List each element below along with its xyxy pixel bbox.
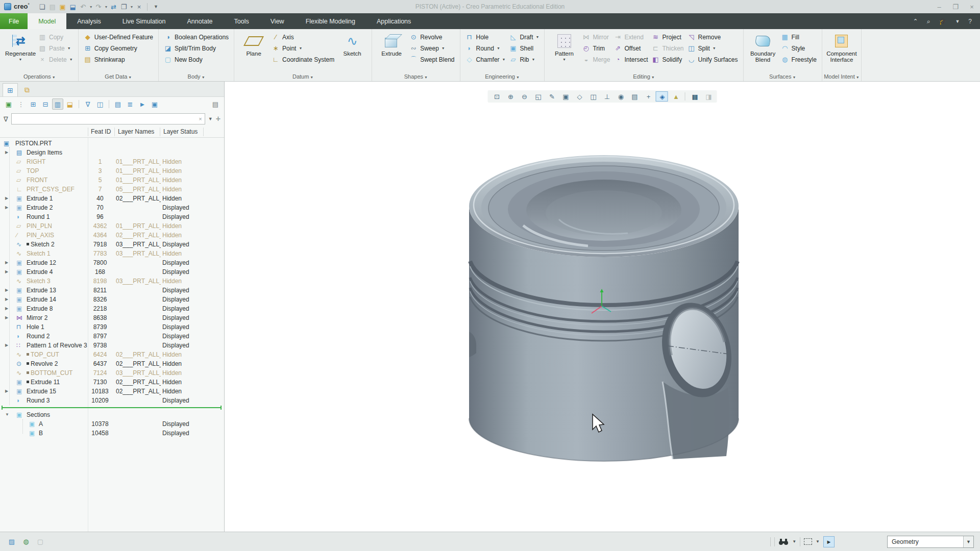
component-interface-button[interactable]: Component Interface bbox=[826, 31, 857, 71]
project-button[interactable]: ≋Project bbox=[650, 32, 684, 42]
save-icon[interactable]: ⬓ bbox=[68, 2, 78, 12]
tree-row-design-items[interactable]: ▶▤Design Items bbox=[0, 148, 224, 157]
settings-list-icon[interactable]: ▤ bbox=[210, 98, 221, 110]
render-settings-icon[interactable]: ▨ bbox=[6, 536, 17, 547]
search-icon[interactable]: ⌕ bbox=[927, 18, 930, 25]
dropdown-caret-icon[interactable]: ▼ bbox=[713, 46, 716, 50]
hole-button[interactable]: ⊓Hole bbox=[464, 32, 507, 42]
tree-row-pin-axis[interactable]: ∕PIN_AXIS436402___PRT_ALL_AXHidden bbox=[0, 231, 224, 240]
sketch-button[interactable]: Sketch bbox=[337, 31, 368, 71]
new-file-icon[interactable]: ❏ bbox=[38, 2, 47, 12]
dropdown-caret-icon[interactable]: ▼ bbox=[532, 58, 535, 61]
coordinate-system-button[interactable]: ∟Coordinate System bbox=[271, 54, 335, 65]
tree-row-extrude-11[interactable]: ▣Extrude 11713002___PRT_ALL_AXHidden bbox=[0, 378, 224, 387]
pattern-button[interactable]: Pattern▼ bbox=[549, 31, 579, 71]
model-colors-icon[interactable]: ◍ bbox=[20, 536, 32, 547]
shrinkwrap-button[interactable]: ▤Shrinkwrap bbox=[83, 54, 154, 65]
dropdown-caret-icon[interactable]: ▼ bbox=[130, 5, 134, 9]
group-label-operations[interactable]: Operations▼ bbox=[1, 73, 78, 80]
redo-icon[interactable]: ↷ bbox=[94, 2, 103, 12]
tab-annotate[interactable]: Annotate bbox=[177, 13, 224, 29]
add-filter-icon[interactable]: + bbox=[216, 114, 220, 123]
minimize-button[interactable]: – bbox=[931, 1, 947, 13]
customize-icon[interactable]: ▼ bbox=[151, 2, 160, 12]
tab-view[interactable]: View bbox=[260, 13, 295, 29]
group-label-model-intent[interactable]: Model Intent▼ bbox=[822, 73, 861, 80]
settings-bag-icon[interactable]: ⬓ bbox=[64, 98, 76, 110]
open-icon[interactable]: ▣ bbox=[58, 2, 67, 12]
tree-filter-input[interactable] bbox=[14, 115, 199, 123]
combo-dropdown-icon[interactable]: ▼ bbox=[963, 536, 973, 547]
tree-row-front[interactable]: ▱FRONT501___PRT_ALL_DTHidden bbox=[0, 176, 224, 185]
group-label-body[interactable]: Body▼ bbox=[159, 73, 234, 80]
tree-row-right[interactable]: ▱RIGHT101___PRT_ALL_DTHidden bbox=[0, 157, 224, 166]
dropdown-caret-icon[interactable]: ▼ bbox=[89, 5, 93, 9]
tree-row-round-3[interactable]: ◗Round 310209Displayed bbox=[0, 396, 224, 405]
dropdown-caret-icon[interactable]: ▼ bbox=[105, 5, 108, 9]
user-defined-feature-button[interactable]: ◆User-Defined Feature bbox=[83, 32, 154, 42]
delete-button[interactable]: ×Delete▼ bbox=[37, 54, 74, 65]
merge-button[interactable]: ◒Merge bbox=[581, 54, 611, 65]
selection-filter-combo[interactable]: Geometry ▼ bbox=[887, 536, 974, 548]
close-window-icon[interactable]: × bbox=[134, 2, 143, 12]
close-button[interactable]: × bbox=[964, 1, 980, 13]
box-select-icon[interactable] bbox=[804, 538, 812, 545]
capture-icon[interactable]: ◉ bbox=[615, 91, 627, 102]
view-normal-icon[interactable]: ⊥ bbox=[601, 91, 613, 102]
box-select-dropdown-icon[interactable]: ▼ bbox=[816, 539, 820, 544]
split-button[interactable]: ◫Split▼ bbox=[687, 43, 739, 54]
point-button[interactable]: ∗Point▼ bbox=[271, 43, 335, 54]
split-trim-body-button[interactable]: ◪Split/Trim Body bbox=[163, 43, 230, 54]
tab-tools[interactable]: Tools bbox=[224, 13, 260, 29]
tab-live-simulation[interactable]: Live Simulation bbox=[112, 13, 177, 29]
tab-flexible-modeling[interactable]: Flexible Modeling bbox=[295, 13, 366, 29]
layer-tree-tab[interactable]: ⧉ bbox=[19, 83, 35, 96]
group-label-datum[interactable]: Datum▼ bbox=[234, 73, 372, 80]
group-label-engineering[interactable]: Engineering▼ bbox=[460, 73, 545, 80]
expand-arrow-icon[interactable]: ▶ bbox=[5, 307, 8, 311]
expand-arrow-icon[interactable]: ▶ bbox=[5, 297, 8, 302]
3d-model-canvas[interactable] bbox=[225, 82, 980, 532]
expand-arrow-icon[interactable]: ▶ bbox=[5, 316, 8, 320]
pause-icon[interactable]: ▮▮ bbox=[689, 91, 701, 102]
tree-row-top-cut[interactable]: ∿TOP_CUT642402___PRT_ALL_AXHidden bbox=[0, 350, 224, 359]
dropdown-caret-icon[interactable]: ▼ bbox=[562, 58, 566, 61]
boolean-operations-button[interactable]: ◑Boolean Operations bbox=[163, 32, 230, 42]
dropdown-caret-icon[interactable]: ▼ bbox=[69, 58, 73, 61]
annotations-icon[interactable]: ▤ bbox=[628, 91, 641, 102]
tree-row-extrude-8[interactable]: ▶▣Extrude 82218Displayed bbox=[0, 304, 224, 313]
expand-arrow-icon[interactable]: ▶ bbox=[5, 196, 8, 201]
mirror-button[interactable]: ⋈Mirror bbox=[581, 32, 611, 42]
tree-row-extrude-2[interactable]: ▶▣Extrude 270Displayed bbox=[0, 203, 224, 212]
tree-cube-icon[interactable]: ▣ bbox=[149, 98, 160, 110]
freestyle-button[interactable]: ◍Freestyle bbox=[780, 54, 818, 65]
zoom-in-icon[interactable]: ⊕ bbox=[504, 91, 517, 102]
new-body-button[interactable]: ▢New Body bbox=[163, 54, 230, 65]
fill-button[interactable]: ▦Fill bbox=[780, 32, 818, 42]
round-button[interactable]: ◗Round▼ bbox=[464, 43, 507, 54]
tree-row-extrude-4[interactable]: ▶▣Extrude 4168Displayed bbox=[0, 267, 224, 277]
saved-views-icon[interactable]: ◫ bbox=[587, 91, 599, 102]
learning-connector-icon[interactable]: 🎓 bbox=[939, 18, 946, 25]
clear-filter-icon[interactable]: × bbox=[199, 116, 202, 122]
model-tree-tab[interactable]: ⊞ bbox=[3, 83, 18, 96]
extend-button[interactable]: ⇥Extend bbox=[612, 32, 649, 42]
tree-row-bottom-cut[interactable]: ∿BOTTOM_CUT712403___PRT_ALL_CUHidden bbox=[0, 368, 224, 378]
collapse-types-icon[interactable]: ⊟ bbox=[40, 98, 51, 110]
thicken-button[interactable]: ⊏Thicken bbox=[650, 43, 684, 54]
tree-row-extrude-13[interactable]: ▶▣Extrude 138211Displayed bbox=[0, 286, 224, 295]
restore-button[interactable]: ❐ bbox=[947, 1, 964, 13]
regenerate-small-icon[interactable]: ⇄ bbox=[109, 2, 118, 12]
expand-arrow-icon[interactable]: ▶ bbox=[5, 343, 8, 347]
expand-arrow-icon[interactable]: ▶ bbox=[5, 261, 8, 265]
tree-row-piston-prt[interactable]: ▣PISTON.PRT bbox=[0, 139, 224, 148]
warning-icon[interactable]: ▲ bbox=[670, 91, 682, 102]
graphics-viewport[interactable]: ⊡⊕⊖◱✎▣◇◫⊥◉▤+◈▲▮▮◨ bbox=[225, 82, 980, 532]
tree-row-hole-1[interactable]: ⊓Hole 18739Displayed bbox=[0, 322, 224, 332]
expand-arrow-icon[interactable]: ▶ bbox=[5, 389, 8, 393]
remove-button[interactable]: ◹Remove bbox=[687, 32, 739, 42]
dropdown-caret-icon[interactable]: ▼ bbox=[536, 35, 540, 39]
regenerate-button[interactable]: Regenerate▼ bbox=[5, 31, 36, 71]
copy-geometry-button[interactable]: ⊞Copy Geometry bbox=[83, 43, 154, 54]
group-label-editing[interactable]: Editing▼ bbox=[545, 73, 743, 80]
